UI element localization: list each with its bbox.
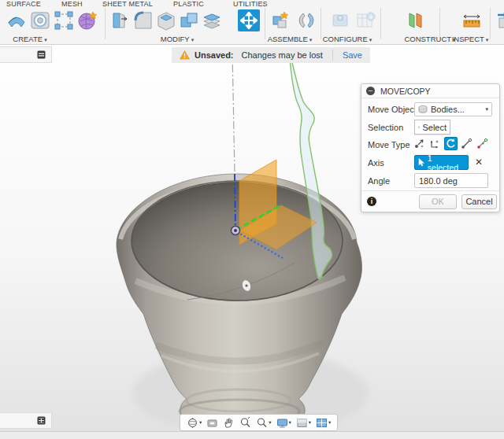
caret-down-icon: ▾ bbox=[269, 419, 271, 426]
joint-icon[interactable] bbox=[296, 10, 317, 31]
angle-row: Angle bbox=[361, 173, 499, 189]
dialog-grip-icon[interactable]: – bbox=[366, 87, 375, 95]
tab-surface[interactable]: SURFACE bbox=[6, 0, 41, 8]
unsaved-message: Changes may be lost bbox=[242, 50, 323, 60]
caret-down-icon: ▾ bbox=[486, 37, 489, 42]
angle-input[interactable] bbox=[414, 173, 488, 188]
pan-tool[interactable] bbox=[221, 417, 236, 429]
cursor-icon bbox=[418, 158, 425, 167]
surface-cylinder-icon[interactable] bbox=[30, 10, 50, 31]
axis-selected-button[interactable]: 1 selected bbox=[414, 155, 469, 170]
insert-group-label[interactable]: INSERT bbox=[495, 35, 504, 43]
orbit-icon bbox=[187, 417, 198, 429]
zoom-icon bbox=[239, 417, 251, 429]
bodies-icon bbox=[418, 105, 428, 113]
caret-down-icon: ▾ bbox=[369, 37, 372, 42]
move-object-row: Move Object Bodies... ▾ bbox=[361, 101, 499, 117]
sketch-rectangle-icon[interactable] bbox=[54, 10, 74, 31]
move-type-row: Move Type bbox=[361, 137, 499, 153]
selection-row: Selection Select bbox=[361, 120, 499, 135]
press-pull-icon[interactable] bbox=[110, 10, 131, 31]
move-copy-dialog: – MOVE/COPY Move Object Bodies... ▾ Sele… bbox=[361, 83, 500, 212]
combine-icon[interactable] bbox=[179, 10, 199, 31]
pan-hand-icon bbox=[223, 417, 235, 429]
browser-panel-toggle[interactable] bbox=[0, 46, 52, 63]
tab-plastic[interactable]: PLASTIC bbox=[173, 0, 204, 8]
cancel-button[interactable]: Cancel bbox=[461, 194, 497, 209]
grid-layout-settings[interactable]: ▾ bbox=[295, 417, 313, 429]
move-type-rotate-icon-active[interactable] bbox=[444, 137, 458, 150]
tab-mesh[interactable]: MESH bbox=[61, 0, 83, 8]
offset-face-icon[interactable] bbox=[202, 10, 222, 31]
viewports[interactable]: ▾ bbox=[314, 417, 332, 429]
select-button-label: Select bbox=[422, 123, 447, 132]
dialog-header[interactable]: – MOVE/COPY bbox=[361, 84, 499, 98]
move-type-label: Move Type bbox=[368, 140, 410, 149]
new-component-icon[interactable] bbox=[271, 10, 291, 31]
view-navigation-bar: ▾ ▾ ▾ bbox=[180, 414, 338, 431]
comments-panel-toggle[interactable] bbox=[0, 412, 52, 429]
tab-sheet-metal[interactable]: SHEET METAL bbox=[102, 0, 153, 8]
insert-icon[interactable] bbox=[496, 10, 504, 31]
divider bbox=[332, 50, 333, 61]
display-settings[interactable]: ▾ bbox=[275, 417, 293, 429]
dialog-footer: i OK Cancel bbox=[361, 190, 499, 212]
fit-tool[interactable]: ▾ bbox=[254, 417, 272, 429]
surface-patch-icon[interactable] bbox=[6, 10, 27, 31]
orbit-tool[interactable]: ▾ bbox=[185, 417, 203, 429]
angle-label: Angle bbox=[368, 176, 390, 186]
grid-icon bbox=[296, 417, 308, 429]
unsaved-label: Unsaved: bbox=[195, 50, 234, 60]
select-button[interactable]: Select bbox=[414, 120, 450, 135]
move-tool-button-active[interactable] bbox=[238, 9, 260, 31]
move-type-point-to-position-icon[interactable] bbox=[476, 137, 489, 150]
clear-axis-selection-button[interactable]: ✕ bbox=[475, 157, 483, 168]
move-object-dropdown[interactable]: Bodies... ▾ bbox=[414, 102, 492, 116]
toolbar-divider bbox=[380, 8, 381, 39]
create-form-icon[interactable] bbox=[77, 10, 98, 31]
configuration-table-icon[interactable] bbox=[356, 10, 376, 31]
move-type-translate-icon[interactable] bbox=[428, 137, 442, 150]
caret-down-icon: ▾ bbox=[309, 37, 313, 42]
panel-collapse-icon bbox=[37, 50, 46, 59]
info-icon[interactable]: i bbox=[367, 197, 376, 206]
caret-down-icon: ▾ bbox=[485, 106, 488, 113]
caret-down-icon: ▾ bbox=[199, 419, 202, 426]
configure-icon[interactable] bbox=[331, 10, 351, 31]
caret-down-icon: ▾ bbox=[328, 419, 331, 426]
unsaved-warning-bar: Unsaved: Changes may be lost Save bbox=[172, 47, 370, 63]
zoom-tool[interactable] bbox=[238, 417, 253, 429]
cursor-icon bbox=[418, 123, 420, 131]
save-link[interactable]: Save bbox=[343, 50, 362, 60]
shell-icon[interactable] bbox=[156, 10, 176, 31]
ok-button-disabled[interactable]: OK bbox=[419, 194, 457, 209]
look-at-icon bbox=[206, 417, 218, 429]
tab-utilities[interactable]: UTILITIES bbox=[233, 0, 268, 8]
inspect-group-label[interactable]: INSPECT▾ bbox=[443, 35, 498, 43]
axis-label: Axis bbox=[368, 158, 384, 168]
caret-down-icon: ▾ bbox=[44, 37, 47, 42]
top-toolbar: SURFACE MESH SHEET METAL PLASTIC UTILITI… bbox=[0, 0, 504, 45]
viewports-icon bbox=[316, 417, 328, 429]
construction-line-vertical bbox=[232, 50, 235, 174]
look-at-tool[interactable] bbox=[205, 417, 220, 429]
configure-group-label[interactable]: CONFIGURE▾ bbox=[320, 35, 375, 43]
modify-group-label[interactable]: MODIFY▾ bbox=[150, 35, 205, 43]
caret-down-icon: ▾ bbox=[289, 419, 291, 426]
timeline-strip bbox=[0, 431, 504, 439]
construct-plane-icon[interactable] bbox=[405, 10, 425, 31]
selection-label: Selection bbox=[368, 123, 403, 132]
panel-grid-icon bbox=[37, 416, 46, 425]
assemble-group-label[interactable]: ASSEMBLE▾ bbox=[262, 35, 317, 43]
create-group-label[interactable]: CREATE▾ bbox=[2, 35, 57, 43]
fillet-icon[interactable] bbox=[133, 10, 154, 31]
move-type-free-move-icon[interactable] bbox=[413, 137, 426, 150]
inspect-measure-icon[interactable] bbox=[461, 10, 482, 31]
fit-icon bbox=[256, 417, 268, 429]
warning-icon bbox=[180, 50, 190, 60]
origin-point[interactable] bbox=[232, 227, 240, 235]
move-object-label: Move Object bbox=[368, 105, 417, 114]
viewport-canvas[interactable]: Unsaved: Changes may be lost Save – MOVE… bbox=[0, 45, 504, 431]
move-type-point-to-point-icon[interactable] bbox=[460, 137, 473, 150]
display-monitor-icon bbox=[276, 417, 288, 429]
